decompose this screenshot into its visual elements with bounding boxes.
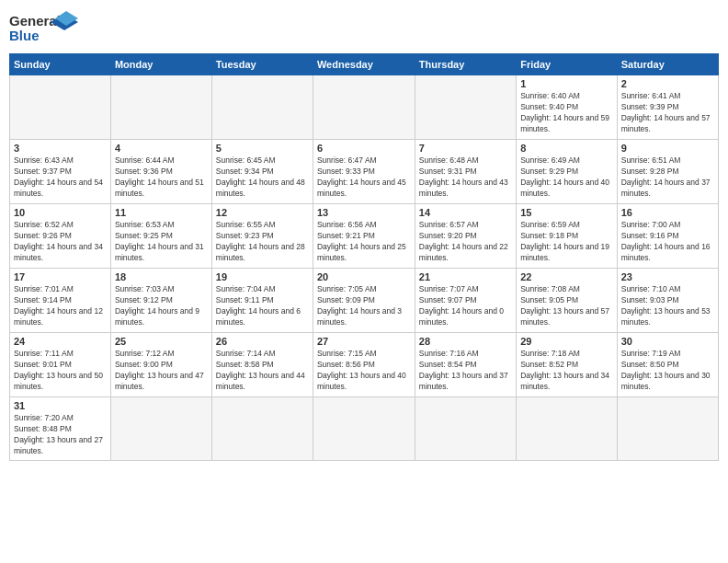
- day-info: Sunrise: 6:47 AM Sunset: 9:33 PM Dayligh…: [317, 155, 411, 200]
- calendar-cell: 14Sunrise: 6:57 AM Sunset: 9:20 PM Dayli…: [415, 204, 516, 269]
- calendar-cell: 9Sunrise: 6:51 AM Sunset: 9:28 PM Daylig…: [617, 140, 718, 204]
- calendar-cell: 24Sunrise: 7:11 AM Sunset: 9:01 PM Dayli…: [10, 333, 111, 397]
- day-number: 30: [621, 336, 714, 347]
- day-number: 11: [115, 207, 208, 218]
- calendar-cell: 20Sunrise: 7:05 AM Sunset: 9:09 PM Dayli…: [313, 269, 415, 333]
- day-number: 22: [520, 271, 613, 282]
- calendar-cell: 6Sunrise: 6:47 AM Sunset: 9:33 PM Daylig…: [313, 140, 415, 204]
- calendar-cell: [313, 397, 415, 461]
- calendar-cell: 15Sunrise: 6:59 AM Sunset: 9:18 PM Dayli…: [517, 204, 618, 269]
- day-info: Sunrise: 7:05 AM Sunset: 9:09 PM Dayligh…: [317, 284, 411, 328]
- day-header-thursday: Thursday: [415, 54, 516, 75]
- day-number: 12: [216, 207, 309, 218]
- week-row-5: 31Sunrise: 7:20 AM Sunset: 8:48 PM Dayli…: [10, 397, 719, 461]
- day-info: Sunrise: 6:48 AM Sunset: 9:31 PM Dayligh…: [419, 155, 512, 200]
- calendar-cell: 18Sunrise: 7:03 AM Sunset: 9:12 PM Dayli…: [110, 269, 211, 333]
- week-row-0: 1Sunrise: 6:40 AM Sunset: 9:40 PM Daylig…: [10, 75, 719, 140]
- logo-svg: GeneralBlue: [9, 9, 83, 46]
- calendar-cell: [110, 397, 211, 461]
- calendar-cell: 3Sunrise: 6:43 AM Sunset: 9:37 PM Daylig…: [10, 140, 111, 204]
- calendar-cell: [617, 397, 718, 461]
- day-info: Sunrise: 6:40 AM Sunset: 9:40 PM Dayligh…: [520, 91, 613, 135]
- day-number: 19: [216, 271, 309, 282]
- calendar-cell: [517, 397, 618, 461]
- calendar-cell: 30Sunrise: 7:19 AM Sunset: 8:50 PM Dayli…: [617, 333, 718, 397]
- day-info: Sunrise: 6:45 AM Sunset: 9:34 PM Dayligh…: [216, 155, 309, 200]
- day-number: 14: [419, 207, 512, 218]
- week-row-2: 10Sunrise: 6:52 AM Sunset: 9:26 PM Dayli…: [10, 204, 719, 269]
- day-number: 24: [14, 336, 107, 347]
- day-header-sunday: Sunday: [10, 54, 111, 75]
- calendar-cell: 25Sunrise: 7:12 AM Sunset: 9:00 PM Dayli…: [110, 333, 211, 397]
- calendar-cell: 17Sunrise: 7:01 AM Sunset: 9:14 PM Dayli…: [10, 269, 111, 333]
- calendar-cell: 13Sunrise: 6:56 AM Sunset: 9:21 PM Dayli…: [313, 204, 415, 269]
- week-row-3: 17Sunrise: 7:01 AM Sunset: 9:14 PM Dayli…: [10, 269, 719, 333]
- day-number: 4: [115, 143, 208, 154]
- calendar-table: SundayMondayTuesdayWednesdayThursdayFrid…: [9, 53, 719, 461]
- day-info: Sunrise: 7:19 AM Sunset: 8:50 PM Dayligh…: [621, 349, 714, 393]
- day-info: Sunrise: 6:59 AM Sunset: 9:18 PM Dayligh…: [520, 220, 613, 264]
- day-number: 8: [520, 143, 613, 154]
- day-number: 3: [14, 143, 107, 154]
- day-info: Sunrise: 7:08 AM Sunset: 9:05 PM Dayligh…: [520, 284, 613, 328]
- svg-text:Blue: Blue: [9, 28, 40, 43]
- day-number: 20: [317, 271, 411, 282]
- day-number: 15: [520, 207, 613, 218]
- day-info: Sunrise: 6:56 AM Sunset: 9:21 PM Dayligh…: [317, 220, 411, 264]
- calendar-cell: [211, 75, 313, 140]
- day-info: Sunrise: 6:41 AM Sunset: 9:39 PM Dayligh…: [621, 91, 714, 135]
- day-number: 25: [115, 336, 208, 347]
- svg-text:General: General: [9, 13, 61, 29]
- day-number: 16: [621, 207, 714, 218]
- day-number: 7: [419, 143, 512, 154]
- week-row-1: 3Sunrise: 6:43 AM Sunset: 9:37 PM Daylig…: [10, 140, 719, 204]
- calendar-cell: [415, 75, 516, 140]
- day-info: Sunrise: 6:43 AM Sunset: 9:37 PM Dayligh…: [14, 155, 107, 200]
- day-info: Sunrise: 6:44 AM Sunset: 9:36 PM Dayligh…: [115, 155, 208, 200]
- calendar-cell: 28Sunrise: 7:16 AM Sunset: 8:54 PM Dayli…: [415, 333, 516, 397]
- day-info: Sunrise: 7:00 AM Sunset: 9:16 PM Dayligh…: [621, 220, 714, 264]
- day-info: Sunrise: 7:11 AM Sunset: 9:01 PM Dayligh…: [14, 349, 107, 393]
- day-number: 1: [520, 78, 613, 89]
- calendar-cell: 2Sunrise: 6:41 AM Sunset: 9:39 PM Daylig…: [617, 75, 718, 140]
- day-info: Sunrise: 6:51 AM Sunset: 9:28 PM Dayligh…: [621, 155, 714, 200]
- day-info: Sunrise: 7:16 AM Sunset: 8:54 PM Dayligh…: [419, 349, 512, 393]
- calendar-cell: 4Sunrise: 6:44 AM Sunset: 9:36 PM Daylig…: [110, 140, 211, 204]
- day-number: 9: [621, 143, 714, 154]
- day-number: 23: [621, 271, 714, 282]
- calendar-cell: [110, 75, 211, 140]
- day-info: Sunrise: 7:20 AM Sunset: 8:48 PM Dayligh…: [14, 413, 107, 457]
- calendar-cell: [10, 75, 111, 140]
- calendar-cell: 5Sunrise: 6:45 AM Sunset: 9:34 PM Daylig…: [211, 140, 313, 204]
- day-info: Sunrise: 7:14 AM Sunset: 8:58 PM Dayligh…: [216, 349, 309, 393]
- calendar-cell: 7Sunrise: 6:48 AM Sunset: 9:31 PM Daylig…: [415, 140, 516, 204]
- calendar-cell: 31Sunrise: 7:20 AM Sunset: 8:48 PM Dayli…: [10, 397, 111, 461]
- day-info: Sunrise: 6:57 AM Sunset: 9:20 PM Dayligh…: [419, 220, 512, 264]
- day-info: Sunrise: 6:53 AM Sunset: 9:25 PM Dayligh…: [115, 220, 208, 264]
- day-info: Sunrise: 7:07 AM Sunset: 9:07 PM Dayligh…: [419, 284, 512, 328]
- calendar-cell: 8Sunrise: 6:49 AM Sunset: 9:29 PM Daylig…: [517, 140, 618, 204]
- day-info: Sunrise: 6:49 AM Sunset: 9:29 PM Dayligh…: [520, 155, 613, 200]
- logo: GeneralBlue: [9, 9, 83, 46]
- calendar-cell: 26Sunrise: 7:14 AM Sunset: 8:58 PM Dayli…: [211, 333, 313, 397]
- day-header-monday: Monday: [110, 54, 211, 75]
- calendar-cell: 23Sunrise: 7:10 AM Sunset: 9:03 PM Dayli…: [617, 269, 718, 333]
- calendar-cell: 11Sunrise: 6:53 AM Sunset: 9:25 PM Dayli…: [110, 204, 211, 269]
- day-info: Sunrise: 7:01 AM Sunset: 9:14 PM Dayligh…: [14, 284, 107, 328]
- day-header-friday: Friday: [517, 54, 618, 75]
- day-header-tuesday: Tuesday: [211, 54, 313, 75]
- calendar-cell: 29Sunrise: 7:18 AM Sunset: 8:52 PM Dayli…: [517, 333, 618, 397]
- calendar-cell: [313, 75, 415, 140]
- day-info: Sunrise: 7:04 AM Sunset: 9:11 PM Dayligh…: [216, 284, 309, 328]
- day-number: 10: [14, 207, 107, 218]
- calendar-cell: 1Sunrise: 6:40 AM Sunset: 9:40 PM Daylig…: [517, 75, 618, 140]
- calendar-cell: [211, 397, 313, 461]
- day-number: 21: [419, 271, 512, 282]
- day-number: 13: [317, 207, 411, 218]
- day-number: 29: [520, 336, 613, 347]
- day-header-saturday: Saturday: [617, 54, 718, 75]
- week-row-4: 24Sunrise: 7:11 AM Sunset: 9:01 PM Dayli…: [10, 333, 719, 397]
- day-number: 31: [14, 400, 107, 411]
- day-info: Sunrise: 7:12 AM Sunset: 9:00 PM Dayligh…: [115, 349, 208, 393]
- day-info: Sunrise: 6:52 AM Sunset: 9:26 PM Dayligh…: [14, 220, 107, 264]
